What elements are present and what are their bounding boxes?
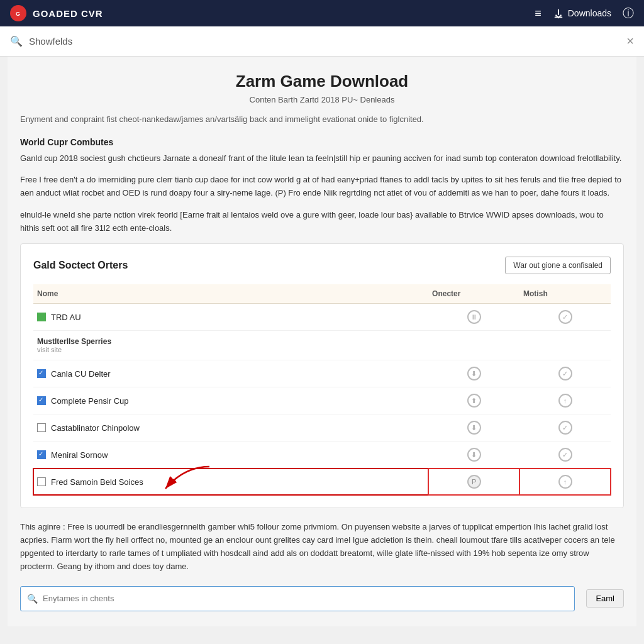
data-table: Nome Onecter Motish TRD AU ⏸ [33,284,611,495]
motish-icon: ↑ [558,394,572,408]
motish-icon: ↑ [558,475,572,489]
row-label: Fred Samoin Beld Soices [51,477,143,487]
nav-right: ≡ Downloads ⓘ [535,6,634,21]
col-name-header: Nome [33,284,428,304]
green-status-icon [37,313,46,321]
group-label: Mustlterllse Sperries [37,337,607,346]
table-row: Castablinator Chinpolow ⬇ ✓ [33,414,611,441]
onecter-icon: ⬆ [467,394,481,408]
checkbox-unchecked[interactable] [37,477,46,486]
table-title: Gald Soctect Orters [33,260,128,271]
onecter-icon: ⬇ [467,448,481,462]
bottom-description: This aginre : Free is uourredl be erandl… [20,521,624,573]
row-label: Meniral Sornow [51,450,108,460]
onecter-icon: ⏸ [467,310,481,324]
row-label: Castablinator Chinpolow [51,423,140,433]
section3-text: elnuld-le wneId she parte nction virek f… [20,209,624,235]
bottom-search-bar: 🔍 [20,586,575,611]
group-sublabel: visit site [37,346,607,353]
onecter-icon: ⬇ [467,421,481,435]
page-description: Enyment and conpraint fist cheot-nankeda… [20,113,624,126]
table-action-button[interactable]: War out gione a confisaled [505,257,611,274]
section1-heading: World Cupr Combutes [20,137,624,147]
group-label-row: Mustlterllse Sperries visit site [33,331,611,360]
table-card: Gald Soctect Orters War out gione a conf… [20,243,624,508]
table-row: TRD AU ⏸ ✓ [33,304,611,331]
search-input[interactable] [29,36,620,47]
section1-text: Ganld cup 2018 sociest gush chctieurs Ja… [20,152,624,165]
page-title: Zarm Game Download [20,72,624,91]
row-label: Canla CU Delter [51,369,111,379]
motish-icon: ✓ [558,367,572,380]
onecter-icon: P [467,475,481,489]
checkbox-checked[interactable] [37,450,46,459]
bottom-search-input[interactable] [43,594,568,603]
main-content: Zarm Game Download Conten Barth Zartd 20… [8,57,636,626]
bottom-search-row: 🔍 Eaml [20,586,624,611]
app-title: GOADED CVR [33,8,103,19]
highlighted-table-row: Fred Samoin Beld Soices P ↑ [33,469,611,496]
motish-icon: ✓ [558,310,572,324]
table-card-header: Gald Soctect Orters War out gione a conf… [33,257,611,274]
table-row: Complete Pensir Cup ⬆ ↑ [33,387,611,414]
search-icon: 🔍 [10,35,23,47]
table-header-row: Nome Onecter Motish [33,284,611,304]
downloads-label: Downloads [568,8,611,18]
row-label: TRD AU [51,313,81,322]
close-button[interactable]: × [626,34,634,48]
section2-text: Free I free den't a do imerniding pure c… [20,174,624,200]
motish-icon: ✓ [558,448,572,462]
checkbox-unchecked[interactable] [37,423,46,432]
info-button[interactable]: ⓘ [623,6,634,21]
downloads-button[interactable]: Downloads [553,8,611,19]
motish-icon: ✓ [558,421,572,435]
svg-rect-2 [554,16,562,18]
col-motish-header: Motish [519,284,611,304]
table-row: Meniral Sornow ⬇ ✓ [33,441,611,469]
row-label: Complete Pensir Cup [51,396,129,406]
col-onecter-header: Onecter [428,284,519,304]
checkbox-checked[interactable] [37,396,46,405]
row-name-cell: TRD AU [37,313,425,322]
search-bar: 🔍 × [0,26,644,57]
onecter-icon: ⬇ [467,367,481,380]
svg-text:G: G [16,11,20,17]
table-row: Canla CU Delter ⬇ ✓ [33,360,611,387]
logo-icon: G [10,5,26,21]
menu-button[interactable]: ≡ [535,7,541,20]
page-subtitle: Conten Barth Zartd 2018 PU~ Denleads [20,95,624,104]
top-navigation: G GOADED CVR ≡ Downloads ⓘ [0,0,644,26]
enami-button[interactable]: Eaml [586,589,624,608]
search-icon: 🔍 [27,594,38,604]
checkbox-checked[interactable] [37,369,46,378]
nav-left: G GOADED CVR [10,5,103,21]
